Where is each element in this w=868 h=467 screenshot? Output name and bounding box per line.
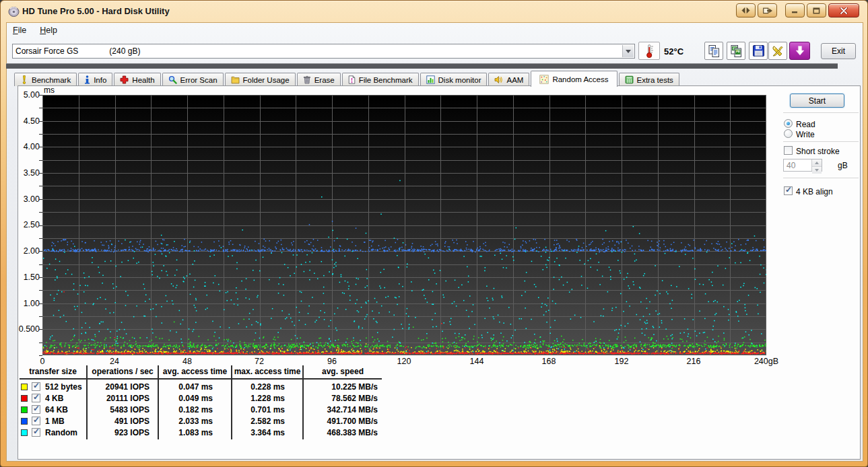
menu-bar: File Help (6, 24, 64, 38)
window-controls (736, 3, 859, 17)
window-title: HD Tune Pro 5.00 - Hard Disk Utility (22, 6, 170, 16)
y-tick-label: 3.00 (7, 194, 40, 204)
nav-arrows-button[interactable] (736, 3, 756, 17)
y-axis-tick (39, 173, 42, 174)
check-icon: ✓ (33, 392, 40, 402)
tab-label: Extra tests (637, 76, 673, 84)
series-checkbox[interactable]: ✓ (32, 382, 40, 391)
series-label: 4 KB (45, 394, 63, 403)
drive-select[interactable]: Corsair Force GS (240 gB) (12, 44, 635, 59)
read-radio[interactable] (784, 119, 793, 128)
tab-health[interactable]: Health (114, 73, 160, 86)
tab-file-benchmark[interactable]: File Benchmark (342, 73, 419, 86)
speed-value: 10.225 MB/s (304, 382, 378, 392)
tab-error-scan[interactable]: Error Scan (162, 73, 224, 86)
tab-benchmark[interactable]: Benchmark (14, 73, 77, 86)
y-axis-tick (39, 343, 42, 343)
tab-erase[interactable]: Erase (297, 73, 341, 86)
start-label: Start (809, 96, 826, 106)
series-checkbox[interactable]: ✓ (32, 394, 40, 402)
copy-text-button[interactable] (704, 42, 723, 60)
ops-value: 923 IOPS (88, 428, 149, 437)
y-axis-tick (39, 264, 42, 265)
exit-button[interactable]: Exit (821, 43, 856, 59)
save-icon (752, 44, 765, 57)
speed-value: 491.700 MB/s (304, 417, 378, 426)
menu-help[interactable]: Help (33, 24, 64, 38)
max-value: 0.228 ms (232, 382, 285, 392)
short-stroke-checkbox[interactable]: ✓ (784, 146, 793, 155)
tab-info[interactable]: Info (78, 73, 112, 86)
exit-label: Exit (832, 46, 845, 56)
spinner-down-icon[interactable] (812, 167, 822, 174)
y-axis-tick (39, 121, 42, 122)
x-tick-label: 120 (384, 357, 424, 366)
y-axis-tick (39, 95, 42, 96)
menu-file[interactable]: File (6, 24, 33, 38)
y-tick-label: 3.50 (7, 168, 40, 178)
tab-aam[interactable]: AAM (488, 73, 529, 86)
temperature-button[interactable] (638, 42, 660, 60)
col-header-avg-access: avg. access time (159, 367, 231, 376)
minimize-button[interactable] (785, 3, 805, 17)
4kb-align-checkbox[interactable]: ✓ (784, 186, 793, 195)
max-value: 1.228 ms (232, 394, 285, 403)
tab-folder-usage[interactable]: Folder Usage (225, 73, 296, 86)
tab-label: Error Scan (180, 76, 218, 84)
close-button[interactable] (828, 3, 859, 17)
series-color-swatch (21, 384, 28, 390)
series-checkbox[interactable]: ✓ (32, 428, 40, 437)
y-tick-label: 4.50 (7, 116, 40, 126)
start-button[interactable]: Start (790, 94, 844, 108)
y-axis-tick (39, 329, 42, 330)
panel-toggle-button[interactable] (758, 3, 777, 17)
series-color-swatch (21, 418, 28, 425)
series-checkbox[interactable]: ✓ (32, 405, 40, 414)
y-axis-tick (39, 199, 42, 200)
spinner-up-icon[interactable] (812, 159, 822, 167)
col-header-operations: operations / sec (88, 367, 158, 376)
4kb-align-label[interactable]: 4 KB align (796, 187, 833, 196)
tab-strip: Benchmark Info Health Error Scan (14, 70, 681, 86)
4kb-align-check-icon: ✓ (785, 185, 792, 194)
close-icon (840, 7, 848, 14)
y-axis-tick (39, 186, 42, 186)
tab-extra-tests[interactable]: Extra tests (619, 73, 679, 86)
gb-unit-label: gB (838, 161, 848, 170)
write-radio[interactable] (784, 129, 793, 138)
tab-label: Disk monitor (438, 76, 481, 84)
tab-random-access[interactable]: Random Access (531, 71, 617, 87)
copy-image-button[interactable] (727, 42, 745, 60)
nav-arrows-icon (741, 7, 750, 13)
max-value: 0.701 ms (232, 405, 285, 415)
drive-size: (240 gB) (106, 46, 140, 56)
options-button[interactable] (768, 42, 787, 60)
read-label[interactable]: Read (796, 120, 815, 129)
x-tick-label: 168 (529, 357, 569, 366)
dropdown-arrow-icon[interactable] (622, 45, 634, 57)
extra-tests-icon (625, 75, 634, 84)
copy-text-icon (708, 44, 721, 58)
table-row: ✓ 64 KB 5483 IOPS 0.182 ms 0.701 ms 342.… (20, 404, 382, 416)
maximize-button[interactable] (807, 3, 826, 17)
short-stroke-label[interactable]: Short stroke (796, 147, 840, 156)
write-label[interactable]: Write (796, 130, 815, 139)
y-axis-tick (39, 290, 42, 291)
short-stroke-size-input[interactable]: 40 (783, 159, 822, 172)
max-value: 3.364 ms (232, 428, 285, 437)
y-axis-tick (39, 355, 42, 356)
tab-label: AAM (506, 76, 523, 84)
tab-label: File Benchmark (359, 76, 413, 84)
file-benchmark-icon (348, 75, 356, 84)
y-axis-tick (39, 212, 42, 213)
save-button[interactable] (749, 42, 768, 60)
tab-disk-monitor[interactable]: Disk monitor (420, 73, 488, 86)
series-label: 512 bytes (45, 382, 82, 392)
random-access-icon (539, 75, 549, 84)
y-tick-label: 4.00 (7, 142, 40, 151)
check-icon: ✓ (33, 415, 40, 425)
thermometer-icon (643, 44, 655, 59)
series-checkbox[interactable]: ✓ (32, 417, 40, 425)
spinner-buttons[interactable] (811, 159, 822, 171)
download-button[interactable] (789, 42, 810, 60)
